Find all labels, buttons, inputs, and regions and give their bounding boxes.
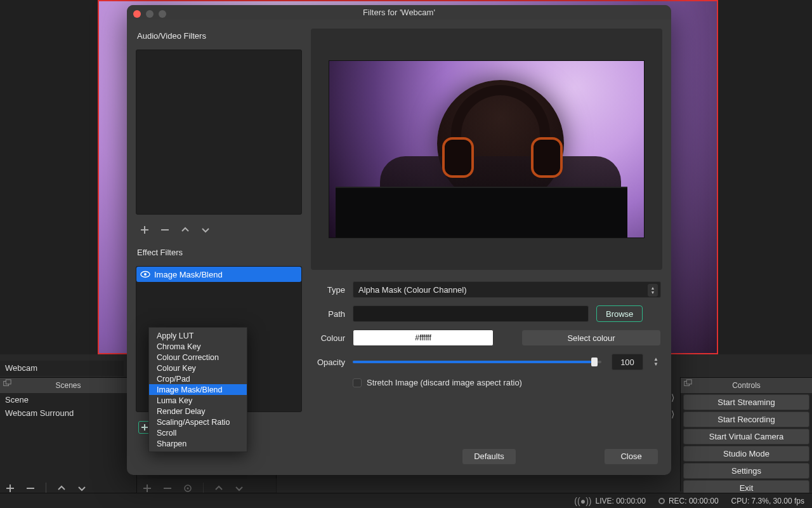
type-select[interactable]: Alpha Mask (Colour Channel) ▲▼ (353, 281, 661, 298)
colour-value-swatch[interactable]: #ffffff (353, 330, 494, 346)
svg-rect-5 (686, 380, 691, 384)
opacity-spinbox[interactable]: 100 (612, 354, 643, 370)
menu-item[interactable]: Colour Key (149, 363, 247, 373)
opacity-label: Opacity (312, 358, 345, 367)
effect-filters-label: Effect Filters (137, 248, 301, 257)
effect-filter-name: Image Mask/Blend (154, 270, 223, 279)
menu-item[interactable]: Image Mask/Blend (149, 384, 247, 395)
start-streaming-button[interactable]: Start Streaming (683, 394, 809, 410)
spin-stepper-icon[interactable]: ▲▼ (651, 354, 661, 370)
move-up-icon[interactable] (56, 483, 67, 493)
rec-status: REC: 00:00:00 (658, 497, 719, 505)
remove-icon[interactable] (162, 483, 173, 493)
add-icon[interactable] (142, 483, 152, 493)
start-recording-button[interactable]: Start Recording (683, 411, 809, 427)
colour-label: Colour (312, 333, 345, 343)
start-virtual-camera-button[interactable]: Start Virtual Camera (683, 429, 809, 444)
transition-chevron-icon[interactable]: ⟩ (671, 392, 674, 403)
controls-panel: Controls Start Streaming Start Recording… (680, 377, 812, 491)
move-down-icon[interactable] (234, 483, 244, 493)
stretch-label: Stretch Image (discard image aspect rati… (367, 378, 522, 387)
cpu-status: CPU: 7.3%, 30.00 fps (731, 497, 804, 505)
defaults-button[interactable]: Defaults (462, 448, 516, 465)
colour-row: Colour #ffffff Select colour (312, 330, 661, 346)
move-down-icon[interactable] (200, 225, 211, 235)
selected-source-label: Webcam (0, 361, 124, 376)
audio-video-filters-list[interactable] (136, 50, 302, 215)
remove-icon[interactable] (25, 483, 36, 493)
scenes-panel: Scenes Scene Webcam Surround (0, 377, 137, 479)
settings-button[interactable]: Settings (683, 463, 809, 479)
svg-point-7 (144, 273, 147, 276)
list-item[interactable]: Scene (0, 393, 136, 406)
browse-button[interactable]: Browse (596, 305, 643, 322)
menu-item[interactable]: Render Delay (149, 406, 247, 417)
stretch-checkbox[interactable] (353, 378, 362, 387)
dialog-title: Filters for 'Webcam' (363, 8, 435, 17)
scenes-list[interactable]: Scene Webcam Surround (0, 393, 136, 479)
menu-item[interactable]: Scroll (149, 427, 247, 438)
controls-header: Controls (681, 378, 812, 393)
type-row: Type Alpha Mask (Colour Channel) ▲▼ (312, 281, 661, 298)
add-icon[interactable] (140, 225, 150, 235)
broadcast-icon: ((●)) (574, 496, 591, 506)
window-controls (133, 10, 166, 18)
select-colour-button[interactable]: Select colour (521, 330, 661, 346)
menu-item[interactable]: Sharpen (149, 438, 247, 449)
type-value: Alpha Mask (Colour Channel) (358, 285, 467, 295)
add-icon[interactable] (5, 483, 15, 493)
svg-point-3 (187, 488, 189, 490)
filter-preview-image (329, 60, 645, 238)
remove-icon[interactable] (160, 225, 170, 235)
type-label: Type (312, 285, 345, 295)
dock-pop-out-icon[interactable] (3, 379, 14, 391)
scenes-header-label: Scenes (55, 381, 81, 390)
close-button[interactable]: Close (604, 448, 658, 465)
stretch-row: Stretch Image (discard image aspect rati… (312, 378, 661, 387)
select-stepper-icon[interactable]: ▲▼ (648, 284, 658, 297)
menu-item[interactable]: Crop/Pad (149, 373, 247, 384)
minimize-window-icon (146, 10, 154, 18)
status-bar: ((●))LIVE: 00:00:00 REC: 00:00:00 CPU: 7… (0, 493, 812, 508)
gear-icon[interactable] (183, 483, 193, 493)
path-label: Path (312, 309, 345, 319)
visibility-eye-icon[interactable] (140, 269, 150, 279)
transition-chevron-icon[interactable]: ⟩ (671, 409, 674, 419)
audio-video-filters-label: Audio/Video Filters (137, 31, 301, 41)
filter-preview-pane (311, 29, 662, 270)
path-field[interactable] (353, 305, 589, 322)
effect-filter-item[interactable]: Image Mask/Blend (136, 267, 301, 282)
opacity-slider[interactable] (353, 361, 601, 363)
dialog-titlebar[interactable]: Filters for 'Webcam' (127, 5, 671, 20)
menu-item[interactable]: Luma Key (149, 395, 247, 406)
move-up-icon[interactable] (180, 225, 190, 235)
zoom-window-icon (159, 10, 166, 18)
av-filters-toolbar (136, 221, 302, 239)
menu-item[interactable]: Scaling/Aspect Ratio (149, 417, 247, 427)
move-down-icon[interactable] (77, 483, 87, 493)
studio-mode-button[interactable]: Studio Mode (683, 446, 809, 462)
opacity-row: Opacity 100 ▲▼ (312, 354, 661, 370)
live-status: ((●))LIVE: 00:00:00 (574, 496, 646, 506)
record-icon (658, 498, 665, 504)
close-window-icon[interactable] (133, 10, 141, 18)
scenes-header: Scenes (0, 378, 136, 393)
move-up-icon[interactable] (214, 483, 224, 493)
path-row: Path Browse (312, 305, 661, 322)
dock-pop-out-icon[interactable] (683, 379, 695, 391)
add-filter-context-menu[interactable]: Apply LUTChroma KeyColour CorrectionColo… (148, 327, 247, 452)
menu-item[interactable]: Chroma Key (149, 341, 247, 352)
controls-header-label: Controls (732, 381, 761, 390)
list-item[interactable]: Webcam Surround (0, 406, 136, 420)
menu-item[interactable]: Apply LUT (149, 330, 247, 341)
menu-item[interactable]: Colour Correction (149, 352, 247, 363)
svg-rect-1 (6, 380, 11, 384)
